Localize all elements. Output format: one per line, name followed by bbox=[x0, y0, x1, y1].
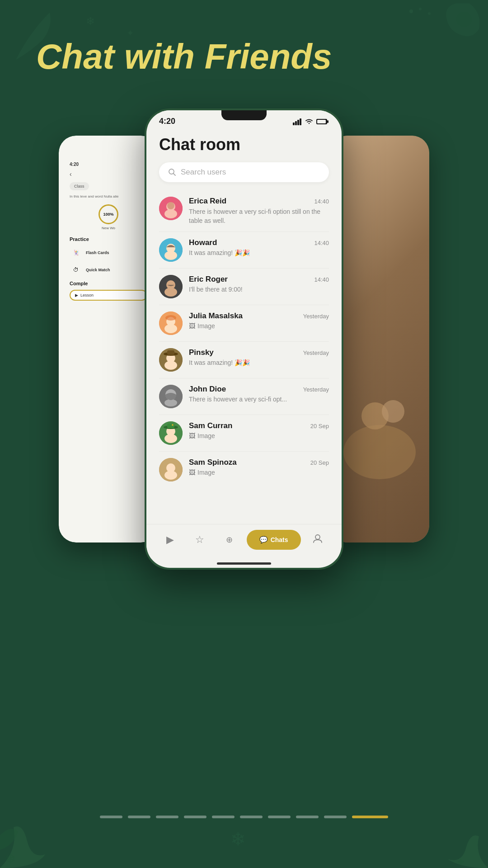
chat-item-sam-curran[interactable]: Sam Curran 20 Sep 🖼 Image bbox=[159, 415, 329, 452]
image-icon-3: 🖼 bbox=[189, 469, 195, 476]
chat-name-john-dioe: John Dioe bbox=[189, 385, 226, 394]
chat-preview-julia-masalska: 🖼 Image bbox=[189, 322, 329, 330]
phone-left: 4:20 ‹ Class In this leve and word Nulla… bbox=[59, 136, 158, 542]
bottom-right-decor: ✦ bbox=[420, 814, 488, 868]
lp-new-word-label: New Wo bbox=[70, 226, 147, 230]
wifi-icon bbox=[305, 118, 314, 125]
svg-rect-12 bbox=[300, 118, 301, 125]
image-icon: 🖼 bbox=[189, 322, 195, 330]
chat-preview-erica-reid: There is however a very sci-fi option st… bbox=[189, 208, 329, 225]
svg-point-6 bbox=[343, 425, 416, 479]
dot-2[interactable] bbox=[128, 816, 150, 818]
svg-text:❄: ❄ bbox=[230, 829, 246, 849]
flash-cards-label: Flash Cards bbox=[86, 250, 109, 255]
profile-nav-icon bbox=[313, 533, 323, 546]
game-nav-icon: ⊕ bbox=[226, 535, 233, 545]
avatar-pinsky bbox=[159, 348, 183, 372]
chat-item-pinsky[interactable]: Pinsky Yesterday It was amazing! 🎉🎉 bbox=[159, 342, 329, 378]
lp-flash-cards-item[interactable]: 🃏 Flash Cards bbox=[70, 246, 147, 259]
chat-name-sam-spinoza: Sam Spinoza bbox=[189, 458, 237, 467]
dot-7[interactable] bbox=[268, 816, 291, 818]
image-label-2: Image bbox=[197, 432, 215, 439]
flash-cards-icon: 🃏 bbox=[70, 246, 82, 259]
chat-item-eric-roger[interactable]: Eric Roger 14:40 I'll be there at 9:00! bbox=[159, 269, 329, 305]
nav-profile[interactable] bbox=[305, 530, 330, 550]
svg-point-2 bbox=[456, 12, 472, 27]
svg-rect-9 bbox=[293, 123, 295, 125]
nav-game[interactable]: ⊕ bbox=[217, 530, 242, 550]
nav-star[interactable]: ☆ bbox=[187, 530, 212, 550]
avatar-julia-masalska bbox=[159, 311, 183, 335]
chat-name-eric-roger: Eric Roger bbox=[189, 275, 228, 284]
lp-progress-circle: 100% bbox=[99, 204, 118, 224]
dot-3[interactable] bbox=[156, 816, 178, 818]
people-silhouette bbox=[334, 362, 425, 497]
lp-quick-match-item[interactable]: ⏱ Quick Match bbox=[70, 264, 147, 276]
chats-nav-label: Chats bbox=[271, 536, 288, 543]
dot-6[interactable] bbox=[240, 816, 263, 818]
chat-info-pinsky: Pinsky Yesterday It was amazing! 🎉🎉 bbox=[189, 348, 329, 366]
home-indicator bbox=[146, 559, 342, 568]
avatar-howard bbox=[159, 238, 183, 262]
chat-time-sam-spinoza: 20 Sep bbox=[310, 459, 329, 466]
lp-lesson-button[interactable]: ▶ Lesson bbox=[70, 290, 147, 301]
image-icon-2: 🖼 bbox=[189, 432, 195, 439]
chat-name-pinsky: Pinsky bbox=[189, 348, 214, 357]
chat-item-julia-masalska[interactable]: Julia Masalska Yesterday 🖼 Image bbox=[159, 305, 329, 342]
play-nav-icon: ▶ bbox=[166, 534, 174, 546]
dots-decor-top bbox=[407, 7, 443, 34]
dot-10-active[interactable] bbox=[352, 816, 388, 818]
bottom-decorations: ❄ ✦ ❄ bbox=[0, 778, 488, 868]
lesson-label: Lesson bbox=[80, 293, 94, 297]
chat-preview-john-dioe: There is however a very sci-fi opt... bbox=[189, 396, 315, 403]
lp-practice-label: Practice bbox=[70, 236, 147, 242]
dot-4[interactable] bbox=[184, 816, 206, 818]
chat-preview-pinsky: It was amazing! 🎉🎉 bbox=[189, 359, 315, 366]
chat-time-eric-roger: 14:40 bbox=[314, 276, 329, 283]
chat-item-john-dioe[interactable]: John Dioe Yesterday There is however a v… bbox=[159, 378, 329, 415]
home-bar bbox=[217, 562, 271, 565]
nav-play[interactable]: ▶ bbox=[158, 530, 183, 550]
search-bar[interactable]: Search users bbox=[159, 162, 329, 182]
chat-preview-eric-roger: I'll be there at 9:00! bbox=[189, 286, 315, 293]
chat-info-howard: Howard 14:40 It was amazing! 🎉🎉 bbox=[189, 238, 329, 256]
chat-time-pinsky: Yesterday bbox=[303, 349, 329, 356]
dot-1[interactable] bbox=[100, 816, 122, 818]
chat-item-erica-reid[interactable]: Erica Reid 14:40 There is however a very… bbox=[159, 190, 329, 232]
svg-point-20 bbox=[164, 209, 177, 218]
bottom-navigation: ▶ ☆ ⊕ 💬 Chats bbox=[146, 524, 342, 559]
lp-back-button[interactable]: ‹ bbox=[70, 170, 147, 178]
pagination-dots bbox=[100, 816, 388, 818]
bottom-left-decor: ❄ bbox=[0, 787, 90, 868]
chat-time-erica-reid: 14:40 bbox=[314, 198, 329, 205]
chat-info-eric-roger: Eric Roger 14:40 I'll be there at 9:00! bbox=[189, 275, 329, 293]
dot-5[interactable] bbox=[212, 816, 235, 818]
chat-name-sam-curran: Sam Curran bbox=[189, 421, 232, 430]
svg-point-24 bbox=[164, 251, 177, 260]
search-placeholder: Search users bbox=[181, 168, 226, 177]
dot-9[interactable] bbox=[324, 816, 347, 818]
snowflake-decor-1: ❄ bbox=[86, 14, 99, 27]
svg-point-30 bbox=[164, 324, 177, 333]
chat-room-title: Chat room bbox=[159, 135, 329, 154]
svg-line-17 bbox=[174, 174, 176, 176]
svg-point-5 bbox=[428, 12, 431, 15]
chat-item-howard[interactable]: Howard 14:40 It was amazing! 🎉🎉 bbox=[159, 232, 329, 269]
notch-cutout bbox=[221, 110, 267, 120]
chat-preview-sam-spinoza: 🖼 Image bbox=[189, 469, 329, 476]
svg-point-4 bbox=[419, 8, 422, 10]
lp-status-time: 4:20 bbox=[70, 162, 147, 167]
status-time: 4:20 bbox=[159, 117, 175, 126]
chat-name-julia-masalska: Julia Masalska bbox=[189, 311, 243, 321]
chat-time-sam-curran: 20 Sep bbox=[310, 423, 329, 429]
avatar-erica-reid bbox=[159, 197, 183, 220]
svg-rect-44 bbox=[167, 424, 174, 428]
svg-point-39 bbox=[164, 399, 177, 406]
svg-rect-36 bbox=[167, 350, 174, 355]
chat-time-howard: 14:40 bbox=[314, 240, 329, 246]
dot-8[interactable] bbox=[296, 816, 319, 818]
nav-chats[interactable]: 💬 Chats bbox=[247, 530, 301, 550]
svg-point-45 bbox=[172, 424, 174, 426]
chat-time-john-dioe: Yesterday bbox=[303, 386, 329, 393]
chat-item-sam-spinoza[interactable]: Sam Spinoza 20 Sep 🖼 Image bbox=[159, 452, 329, 488]
